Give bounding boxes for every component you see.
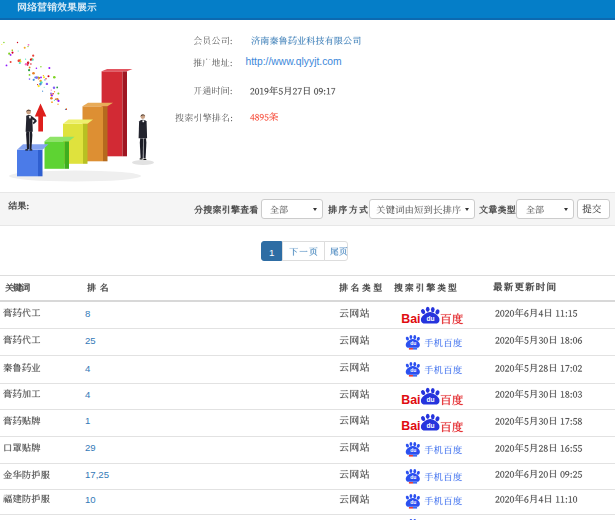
svg-text:du: du [410, 474, 416, 480]
svg-text:du: du [410, 340, 416, 346]
svg-text:du: du [427, 396, 435, 403]
svg-text:du: du [410, 447, 416, 453]
svg-text:Bai: Bai [401, 419, 420, 433]
svg-text:Bai: Bai [401, 392, 420, 406]
svg-text:du: du [427, 422, 435, 429]
svg-text:du: du [410, 499, 416, 505]
svg-text:Bai: Bai [401, 311, 420, 325]
svg-text:du: du [427, 315, 435, 322]
svg-text:du: du [410, 368, 416, 374]
